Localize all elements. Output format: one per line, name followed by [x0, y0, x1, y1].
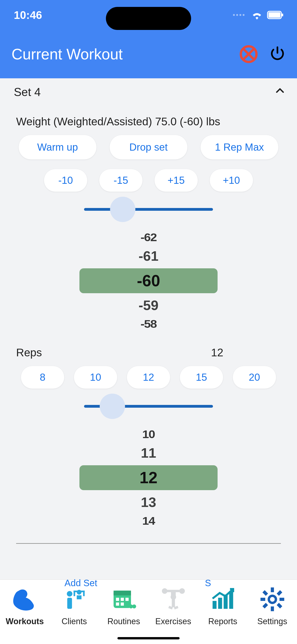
- app-header: Current Workout: [0, 30, 297, 78]
- svg-rect-40: [276, 603, 282, 608]
- nav-workouts[interactable]: Workouts: [2, 584, 48, 626]
- chevron-up-icon: [274, 85, 286, 99]
- svg-rect-35: [271, 587, 274, 592]
- reps-picker-opt[interactable]: 14: [3, 513, 294, 529]
- battery-icon: [267, 11, 283, 19]
- svg-point-6: [67, 591, 72, 596]
- partial-add-set: Add Set: [64, 578, 97, 588]
- weight-picker[interactable]: -62 -61 -60 -59 -58: [16, 229, 281, 332]
- reps-header: Reps 12: [16, 332, 281, 366]
- svg-rect-19: [121, 602, 124, 606]
- weight-slider[interactable]: [84, 208, 213, 211]
- svg-rect-15: [116, 598, 119, 601]
- status-icons: [233, 10, 283, 20]
- home-indicator[interactable]: [118, 637, 180, 640]
- svg-rect-27: [172, 599, 175, 607]
- svg-rect-22: [130, 606, 135, 608]
- svg-rect-38: [279, 598, 284, 601]
- reps-10-button[interactable]: 10: [74, 366, 118, 389]
- status-time: 10:46: [14, 9, 42, 22]
- svg-rect-30: [171, 592, 176, 598]
- reps-quick-pills: 8 10 12 15 20: [16, 366, 281, 389]
- content-area: Weight (Weighted/Assisted) 75.0 (-60) lb…: [0, 106, 297, 544]
- page-title: Current Workout: [12, 45, 123, 63]
- partial-text-right: S: [205, 578, 211, 588]
- svg-rect-32: [218, 598, 222, 609]
- svg-rect-41: [276, 590, 282, 596]
- reps-value: 12: [211, 346, 223, 359]
- reps-8-button[interactable]: 8: [21, 366, 64, 389]
- nav-label: Reports: [208, 616, 237, 626]
- calendar-icon: [109, 584, 139, 614]
- svg-rect-17: [125, 598, 128, 601]
- nav-routines[interactable]: Routines: [101, 584, 147, 626]
- reps-picker-opt[interactable]: 11: [16, 443, 281, 464]
- cancel-workout-icon[interactable]: [240, 45, 258, 63]
- svg-rect-34: [229, 592, 233, 609]
- nav-exercises[interactable]: Exercises: [150, 584, 196, 626]
- svg-rect-12: [83, 590, 84, 596]
- weight-type-pills: Warm up Drop set 1 Rep Max: [16, 135, 281, 160]
- svg-rect-37: [260, 598, 265, 601]
- reps-12-button[interactable]: 12: [127, 366, 170, 389]
- weight-picker-opt[interactable]: -58: [3, 316, 294, 332]
- nav-reports[interactable]: Reports: [200, 584, 246, 626]
- svg-rect-36: [271, 606, 274, 611]
- svg-rect-9: [77, 596, 82, 599]
- set-label: Set 4: [14, 86, 41, 99]
- svg-rect-2: [282, 14, 283, 16]
- reps-picker-opt[interactable]: 10: [3, 426, 294, 443]
- wifi-icon: [252, 10, 262, 20]
- weight-picker-selected[interactable]: -60: [80, 268, 218, 293]
- minus-15-button[interactable]: -15: [99, 169, 143, 192]
- svg-rect-1: [268, 12, 280, 18]
- svg-rect-14: [114, 590, 131, 596]
- nav-clients[interactable]: Clients: [51, 584, 98, 626]
- nav-label: Routines: [107, 616, 140, 626]
- weight-picker-opt[interactable]: -62: [3, 229, 294, 246]
- weight-slider-wrap: [16, 192, 281, 220]
- weight-slider-thumb[interactable]: [110, 197, 136, 222]
- svg-point-24: [162, 588, 168, 594]
- svg-rect-11: [74, 590, 75, 596]
- svg-rect-18: [116, 602, 119, 606]
- status-bar: 10:46: [0, 0, 297, 30]
- minus-10-button[interactable]: -10: [44, 169, 88, 192]
- svg-rect-31: [212, 601, 216, 609]
- reps-picker-opt[interactable]: 13: [16, 492, 281, 513]
- reps-15-button[interactable]: 15: [180, 366, 223, 389]
- svg-rect-16: [121, 598, 124, 601]
- warm-up-button[interactable]: Warm up: [18, 135, 97, 160]
- power-icon[interactable]: [269, 46, 286, 63]
- set-header-row[interactable]: Set 4: [0, 78, 297, 106]
- nav-label: Clients: [62, 616, 87, 626]
- svg-rect-10: [74, 590, 84, 592]
- nav-settings[interactable]: Settings: [249, 584, 296, 626]
- nav-label: Workouts: [6, 616, 44, 626]
- divider: [16, 543, 281, 544]
- exercise-icon: [158, 584, 188, 614]
- bicep-icon: [10, 584, 40, 614]
- svg-point-25: [179, 588, 185, 594]
- plus-15-button[interactable]: +15: [154, 169, 198, 192]
- nav-label: Exercises: [155, 616, 191, 626]
- weight-label: Weight (Weighted/Assisted) 75.0 (-60) lb…: [16, 106, 281, 135]
- reps-label: Reps: [16, 346, 42, 359]
- weight-picker-opt[interactable]: -61: [16, 246, 281, 266]
- signal-dots-icon: [233, 14, 244, 16]
- reps-picker-selected[interactable]: 12: [80, 465, 218, 490]
- reps-slider-thumb[interactable]: [100, 394, 125, 419]
- plus-10-button[interactable]: +10: [210, 169, 253, 192]
- svg-rect-39: [262, 590, 268, 596]
- one-rep-max-button[interactable]: 1 Rep Max: [200, 135, 278, 160]
- header-actions: [240, 45, 286, 63]
- reps-slider[interactable]: [84, 405, 213, 408]
- bottom-nav: Add Set S Workouts Clients Routines Exer…: [0, 580, 297, 644]
- reps-picker[interactable]: 10 11 12 13 14: [16, 426, 281, 529]
- gear-icon: [258, 584, 287, 614]
- clients-icon: [60, 584, 89, 614]
- svg-rect-42: [262, 603, 268, 608]
- drop-set-button[interactable]: Drop set: [109, 135, 188, 160]
- reps-20-button[interactable]: 20: [232, 366, 276, 389]
- weight-picker-opt[interactable]: -59: [16, 295, 281, 316]
